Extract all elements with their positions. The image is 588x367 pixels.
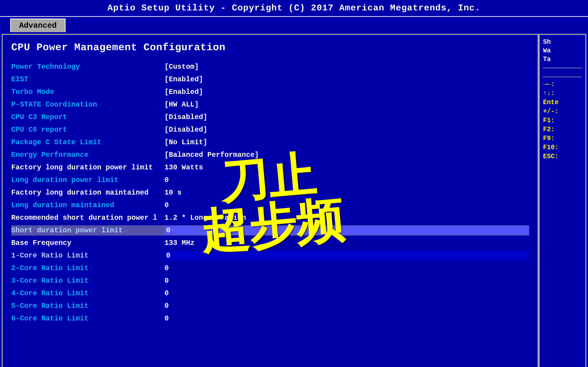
setting-row-turbo-mode[interactable]: Turbo Mode [Enabled] (11, 87, 529, 97)
value-5core: 0 (164, 302, 529, 310)
setting-row-2core[interactable]: 2-Core Ratio Limit 0 (11, 263, 529, 273)
setting-row-3core[interactable]: 3-Core Ratio Limit 0 (11, 276, 529, 286)
label-cpu-c3: CPU C3 Report (11, 113, 164, 121)
value-long-duration-power: 0 (164, 176, 529, 184)
setting-row-energy-perf[interactable]: Energy Performance [Balanced Performance… (11, 150, 529, 160)
value-base-freq: 133 MHz (164, 239, 529, 247)
setting-row-factory-long-maintained[interactable]: Factory long duration maintained 10 s (11, 188, 529, 198)
key-esc-label: ESC: (543, 153, 559, 160)
label-1core: 1-Core Ratio Limit (11, 251, 164, 260)
label-package-c-state: Package C State Limit (11, 138, 164, 146)
setting-row-long-duration-maintained[interactable]: Long duration maintained 0 (11, 200, 529, 210)
sidebar-key-f10: F10: (543, 144, 582, 151)
key-enter-label: Ente (543, 99, 559, 106)
sidebar-divider (543, 77, 582, 77)
label-factory-long-duration: Factory long duration power limit (11, 163, 164, 172)
label-cpu-c6: CPU C6 report (11, 126, 164, 134)
value-package-c-state: [No Limit] (164, 138, 529, 146)
setting-row-1core[interactable]: 1-Core Ratio Limit 0 (11, 250, 529, 261)
sidebar-key-enter: Ente (543, 99, 582, 106)
label-eist: EIST (11, 75, 164, 83)
key-updown-label: ↑↓: (543, 90, 555, 97)
sidebar-key-plusminus: +/-: (543, 108, 582, 115)
value-short-duration: 0 (164, 226, 529, 235)
label-recommended-short: Recommended short duration power l (11, 214, 164, 222)
setting-row-cpu-c3[interactable]: CPU C3 Report [Disabled] (11, 112, 529, 122)
label-short-duration: Short duration power limit (11, 226, 164, 234)
title-bar: Aptio Setup Utility - Copyright (C) 2017… (0, 0, 588, 17)
label-5core: 5-Core Ratio Limit (11, 302, 164, 310)
sidebar-key-f1: F1: (543, 117, 582, 124)
label-long-duration-power: Long duration power limit (11, 176, 164, 184)
section-title: CPU Power Management Configuration (11, 42, 529, 53)
sidebar-key-esc: ESC: (543, 153, 582, 160)
setting-row-long-duration-power[interactable]: Long duration power limit 0 (11, 175, 529, 185)
sidebar-ta-label: Ta (543, 56, 582, 63)
setting-row-package-c-state[interactable]: Package C State Limit [No Limit] (11, 137, 529, 147)
label-turbo-mode: Turbo Mode (11, 88, 164, 96)
label-6core: 6-Core Ratio Limit (11, 314, 164, 323)
sidebar-key-updown: ↑↓: (543, 90, 582, 97)
label-3core: 3-Core Ratio Limit (11, 277, 164, 285)
label-power-technology: Power Technology (11, 63, 164, 71)
label-4core: 4-Core Ratio Limit (11, 289, 164, 297)
setting-row-eist[interactable]: EIST [Enabled] (11, 74, 529, 84)
setting-row-recommended-short[interactable]: Recommended short duration power l 1.2 *… (11, 213, 529, 223)
value-1core: 0 (164, 251, 529, 260)
main-layout: CPU Power Management Configuration Power… (0, 32, 588, 367)
setting-row-pstate[interactable]: P-STATE Coordination [HW ALL] (11, 100, 529, 110)
title-text: Aptio Setup Utility - Copyright (C) 2017… (107, 3, 481, 13)
value-energy-perf: [Balanced Performance] (164, 151, 529, 159)
setting-row-5core[interactable]: 5-Core Ratio Limit 0 (11, 301, 529, 311)
value-eist: [Enabled] (164, 75, 529, 83)
value-pstate: [HW ALL] (164, 100, 529, 109)
setting-row-base-freq[interactable]: Base Frequency 133 MHz (11, 238, 529, 248)
right-sidebar: Sh Wa Ta →←: ↑↓: Ente +/-: F1: F2: F9: F… (539, 34, 586, 367)
sidebar-sh-label: Sh (543, 38, 582, 46)
label-energy-perf: Energy Performance (11, 151, 164, 159)
value-3core: 0 (164, 277, 529, 285)
value-2core: 0 (164, 264, 529, 272)
value-cpu-c6: [Disabled] (164, 126, 529, 134)
label-factory-long-maintained: Factory long duration maintained (11, 189, 164, 197)
key-plusminus-label: +/-: (543, 108, 559, 115)
label-2core: 2-Core Ratio Limit (11, 264, 164, 272)
value-factory-long-duration: 130 Watts (164, 163, 529, 172)
settings-table: Power Technology [Custom] EIST [Enabled]… (11, 62, 529, 324)
tab-bar: Advanced (0, 17, 588, 32)
setting-row-short-duration[interactable]: Short duration power limit 0 (11, 225, 529, 235)
key-f2-label: F2: (543, 126, 555, 133)
setting-row-cpu-c6[interactable]: CPU C6 report [Disabled] (11, 125, 529, 135)
value-4core: 0 (164, 289, 529, 297)
key-f1-label: F1: (543, 117, 555, 124)
sidebar-key-f2: F2: (543, 126, 582, 133)
label-pstate: P-STATE Coordination (11, 100, 164, 109)
value-factory-long-maintained: 10 s (164, 189, 529, 197)
value-recommended-short: 1.2 * Long Duration (164, 214, 529, 222)
key-arrows-label: →←: (543, 81, 555, 88)
setting-row-factory-long-duration[interactable]: Factory long duration power limit 130 Wa… (11, 162, 529, 173)
setting-row-6core[interactable]: 6-Core Ratio Limit 0 (11, 313, 529, 324)
key-f9-label: F9: (543, 135, 555, 142)
value-long-duration-maintained: 0 (164, 201, 529, 209)
tab-advanced[interactable]: Advanced (10, 18, 66, 32)
key-f10-label: F10: (543, 144, 559, 151)
value-power-technology: [Custom] (164, 63, 529, 71)
setting-row-4core[interactable]: 4-Core Ratio Limit 0 (11, 288, 529, 299)
label-long-duration-maintained: Long duration maintained (11, 201, 164, 209)
sidebar-key-f9: F9: (543, 135, 582, 142)
sidebar-key-arrows: →←: (543, 81, 582, 88)
sidebar-top-section: Sh Wa Ta (543, 38, 582, 68)
left-panel: CPU Power Management Configuration Power… (2, 34, 539, 367)
setting-row-power-technology[interactable]: Power Technology [Custom] (11, 62, 529, 72)
value-turbo-mode: [Enabled] (164, 88, 529, 96)
value-6core: 0 (164, 314, 529, 323)
sidebar-wa-label: Wa (543, 47, 582, 54)
value-cpu-c3: [Disabled] (164, 113, 529, 121)
label-base-freq: Base Frequency (11, 239, 164, 247)
